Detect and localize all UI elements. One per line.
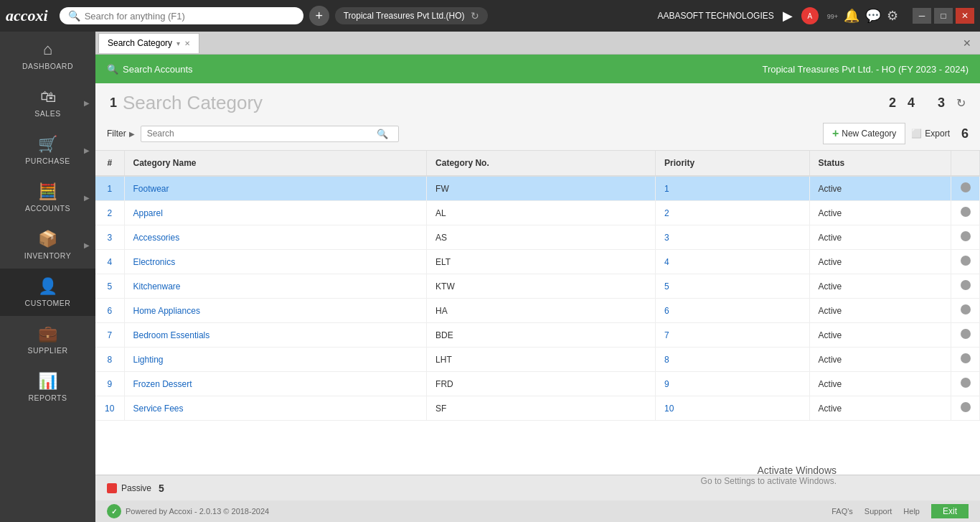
bottom-links: FAQ's Support Help xyxy=(831,507,920,516)
chevron-right-icon: ▶ xyxy=(84,99,90,107)
status-circle xyxy=(961,182,971,192)
label-1: 1 xyxy=(110,95,117,111)
sidebar-item-dashboard[interactable]: ⌂ DASHBOARD xyxy=(0,32,95,79)
tab-pin-icon[interactable]: ✕ xyxy=(184,39,190,47)
cell-category-name: Footwear xyxy=(124,176,427,201)
tab-search-category[interactable]: Search Category ▾ ✕ xyxy=(98,33,199,53)
table-row[interactable]: 7 Bedroom Essentials BDE 7 Active xyxy=(95,323,980,348)
cell-category-no: KTW xyxy=(427,274,656,299)
search-accounts-btn[interactable]: 🔍 Search Accounts xyxy=(107,64,193,75)
reports-icon: 📊 xyxy=(38,372,57,391)
toolbar: Filter ▶ 🔍 + New Category ⬜ Export 6 xyxy=(95,117,980,151)
sidebar-item-inventory[interactable]: 📦 INVENTORY ▶ xyxy=(0,221,95,269)
inventory-icon: 📦 xyxy=(38,230,57,248)
company-selector[interactable]: Tropical Treasures Pvt Ltd.(HO) ↻ xyxy=(335,7,488,24)
support-link[interactable]: Support xyxy=(864,507,892,516)
export-button[interactable]: ⬜ Export xyxy=(911,129,950,139)
sidebar: ⌂ DASHBOARD 🛍 SALES ▶ 🛒 PURCHASE ▶ 🧮 ACC… xyxy=(0,32,95,522)
chevron-right-icon: ▶ xyxy=(84,241,90,249)
cell-category-name: Apparel xyxy=(124,201,427,225)
refresh-button[interactable]: ↻ xyxy=(956,96,966,110)
close-button[interactable]: ✕ xyxy=(956,8,974,24)
export-label: Export xyxy=(925,129,950,139)
cell-number: 8 xyxy=(95,348,124,372)
new-category-button[interactable]: + New Category xyxy=(823,123,905,144)
sidebar-item-label: PURCHASE xyxy=(25,157,70,165)
passive-indicator: Passive 5 xyxy=(107,483,164,494)
cell-category-no: FRD xyxy=(427,372,656,396)
global-search-input[interactable] xyxy=(85,11,286,22)
search-bar[interactable]: 🔍 xyxy=(141,126,399,142)
message-icon[interactable]: 💬 xyxy=(865,8,881,24)
sidebar-item-supplier[interactable]: 💼 SUPPLIER xyxy=(0,316,95,363)
table-row[interactable]: 9 Frozen Dessert FRD 9 Active xyxy=(95,372,980,396)
sidebar-item-label: CUSTOMER xyxy=(25,299,71,307)
passive-dot xyxy=(107,483,117,493)
faqs-link[interactable]: FAQ's xyxy=(831,507,853,516)
col-category-name: Category Name xyxy=(124,151,427,176)
cell-status: Active xyxy=(809,225,951,250)
tab-label: Search Category xyxy=(108,38,172,48)
global-search-container[interactable]: 🔍 xyxy=(60,7,303,24)
table-row[interactable]: 8 Lighting LHT 8 Active xyxy=(95,348,980,372)
label-4: 4 xyxy=(908,95,915,111)
company-name-label: AABASOFT TECHNOLOGIES xyxy=(657,11,773,21)
chevron-right-icon: ▶ xyxy=(84,146,90,154)
sidebar-item-purchase[interactable]: 🛒 PURCHASE ▶ xyxy=(0,126,95,174)
table-row[interactable]: 1 Footwear FW 1 Active xyxy=(95,176,980,201)
table-row[interactable]: 6 Home Appliances HA 6 Active xyxy=(95,299,980,323)
cell-priority: 5 xyxy=(656,274,809,299)
minimize-button[interactable]: ─ xyxy=(913,8,931,24)
cell-status: Active xyxy=(809,396,951,421)
cell-priority: 10 xyxy=(656,396,809,421)
purchase-icon: 🛒 xyxy=(38,135,57,154)
settings-icon[interactable]: ⚙ xyxy=(887,8,898,24)
cell-category-name: Service Fees xyxy=(124,396,427,421)
powered-by-text: Powered by Accoxi - 2.0.13 © 2018-2024 xyxy=(126,507,269,516)
cell-number: 4 xyxy=(95,250,124,274)
table-row[interactable]: 10 Service Fees SF 10 Active xyxy=(95,396,980,421)
footer: Passive 5 Activate Windows Go to Setting… xyxy=(95,475,980,500)
add-button[interactable]: + xyxy=(309,6,329,26)
cell-status: Active xyxy=(809,372,951,396)
sidebar-item-accounts[interactable]: 🧮 ACCOUNTS ▶ xyxy=(0,174,95,221)
status-circle xyxy=(961,231,971,241)
status-circle xyxy=(961,402,971,412)
label-5: 5 xyxy=(159,483,164,494)
cell-number: 9 xyxy=(95,372,124,396)
status-circle xyxy=(961,256,971,266)
tab-close-icon[interactable]: ▾ xyxy=(176,39,180,47)
sidebar-item-label: ACCOUNTS xyxy=(25,204,70,213)
filter-label: Filter xyxy=(107,129,126,139)
user-icon[interactable]: ▶ xyxy=(783,8,793,24)
help-link[interactable]: Help xyxy=(903,507,920,516)
cell-category-name: Kitchenware xyxy=(124,274,427,299)
window-close-icon[interactable]: ✕ xyxy=(957,37,977,49)
sidebar-item-customer[interactable]: 👤 CUSTOMER xyxy=(0,269,95,316)
cell-category-name: Bedroom Essentials xyxy=(124,323,427,348)
table-row[interactable]: 2 Apparel AL 2 Active xyxy=(95,201,980,225)
cell-number: 7 xyxy=(95,323,124,348)
sidebar-item-reports[interactable]: 📊 REPORTS xyxy=(0,363,95,411)
company-refresh-icon[interactable]: ↻ xyxy=(471,10,479,22)
maximize-button[interactable]: □ xyxy=(934,8,953,24)
cell-priority: 3 xyxy=(656,225,809,250)
cell-priority: 9 xyxy=(656,372,809,396)
table-row[interactable]: 5 Kitchenware KTW 5 Active xyxy=(95,274,980,299)
filter-button[interactable]: Filter ▶ xyxy=(107,129,135,139)
cell-action xyxy=(951,176,980,201)
app-logo: accoxi xyxy=(6,6,48,25)
cell-category-name: Lighting xyxy=(124,348,427,372)
cell-status: Active xyxy=(809,348,951,372)
cell-number: 10 xyxy=(95,396,124,421)
notification-bell-icon[interactable]: 🔔 xyxy=(844,8,859,24)
status-circle xyxy=(961,280,971,290)
search-input[interactable] xyxy=(147,129,377,139)
chevron-right-icon: ▶ xyxy=(84,194,90,202)
table-row[interactable]: 3 Accessories AS 3 Active xyxy=(95,225,980,250)
sidebar-item-sales[interactable]: 🛍 SALES ▶ xyxy=(0,79,95,126)
status-circle xyxy=(961,207,971,217)
table-row[interactable]: 4 Electronics ELT 4 Active xyxy=(95,250,980,274)
page-header-row: 1 Search Category 2 4 3 ↻ xyxy=(95,83,980,117)
exit-button[interactable]: Exit xyxy=(931,504,969,518)
